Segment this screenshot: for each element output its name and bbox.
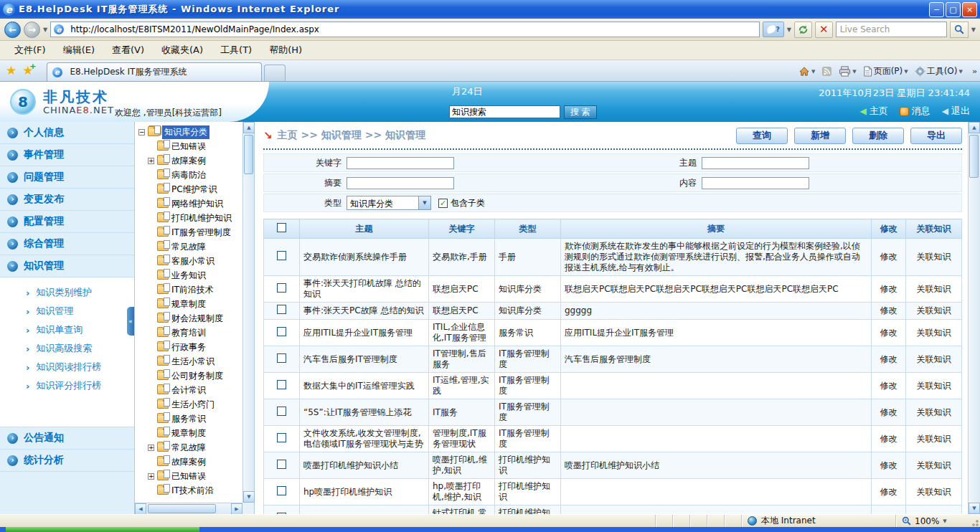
edit-link[interactable]: 修改 <box>872 320 906 346</box>
menu-item[interactable]: 查看(V) <box>105 42 151 59</box>
row-subject[interactable]: 文件收发系统,收发文管理制度,电信领域IT服务管理现状与走势 <box>300 426 429 452</box>
action-button[interactable]: 查询 <box>736 128 788 144</box>
related-knowledge-link[interactable]: 关联知识 <box>906 373 962 399</box>
zoom-control[interactable]: 100% ▼ <box>895 515 967 527</box>
related-knowledge-link[interactable]: 关联知识 <box>906 479 962 505</box>
edit-link[interactable]: 修改 <box>872 373 906 399</box>
menu-item[interactable]: 工具(T) <box>213 42 259 59</box>
tree-root-node[interactable]: − 知识库分类 <box>138 125 242 139</box>
resize-grip[interactable] <box>967 515 980 527</box>
edit-link[interactable]: 修改 <box>872 479 906 505</box>
sidebar-section[interactable]: › 个人信息 <box>0 122 134 144</box>
row-subject[interactable]: 事件:张天天PC故障 总结的知识 <box>300 303 429 320</box>
row-checkbox[interactable] <box>277 380 286 389</box>
row-subject[interactable]: 事件:张天天打印机故障 总结的知识 <box>300 276 429 303</box>
sidebar-submenu-item[interactable]: › 知识管理 <box>0 302 134 320</box>
tree-node[interactable]: + IT服务管理制度 <box>138 225 242 239</box>
sidebar-section[interactable]: › 事件管理 <box>0 144 134 166</box>
edit-link[interactable]: 修改 <box>872 452 906 479</box>
row-subject[interactable]: 交易欺诈侦测系统操作手册 <box>300 239 429 276</box>
scroll-thumb[interactable] <box>969 135 979 178</box>
refresh-button[interactable] <box>794 22 812 38</box>
tree-node[interactable]: + 行政事务 <box>138 340 242 354</box>
minimize-button[interactable]: ─ <box>929 2 944 17</box>
edit-link[interactable]: 修改 <box>872 239 906 276</box>
scroll-thumb[interactable] <box>244 135 253 174</box>
tree-node[interactable]: + 打印机维护知识 <box>138 211 242 225</box>
page-menu-button[interactable]: 页面(P) ▼ <box>863 65 908 77</box>
row-subject[interactable]: “5S”:让IT服务管理锦上添花 <box>300 399 429 426</box>
knowledge-search-button[interactable]: 搜 索 <box>564 105 597 119</box>
search-options-icon[interactable]: ▼ <box>971 27 976 33</box>
row-checkbox[interactable] <box>277 353 286 363</box>
row-subject[interactable]: 针式打印机常识 <box>300 505 429 515</box>
action-button[interactable]: 删除 <box>852 128 904 144</box>
row-subject[interactable]: 应用ITIL提升企业IT服务管理 <box>300 320 429 346</box>
row-checkbox[interactable] <box>277 460 286 469</box>
browser-tab[interactable]: e E8.HelpDesk IT服务管理系统 <box>47 62 262 81</box>
tree-node[interactable]: + 教育培训 <box>138 326 242 340</box>
sidebar-submenu-item[interactable]: › 知识类别维护 <box>0 283 134 302</box>
edit-link[interactable]: 修改 <box>872 505 906 515</box>
menu-item[interactable]: 文件(F) <box>7 42 53 59</box>
scroll-right-icon[interactable]: ▶ <box>231 503 242 515</box>
home-button[interactable]: ▼ <box>798 66 815 77</box>
knowledge-search-input[interactable] <box>449 105 560 118</box>
add-favorite-icon[interactable]: ★ <box>22 63 33 77</box>
tree-node[interactable]: + 网络维护知识 <box>138 196 242 211</box>
sidebar-section[interactable]: › 公告通知 <box>0 427 134 450</box>
tree-node[interactable]: + 常见故障 <box>138 239 242 254</box>
select-all-checkbox[interactable] <box>277 223 286 232</box>
collapse-box-icon[interactable]: − <box>138 129 145 136</box>
edit-link[interactable]: 修改 <box>872 426 906 452</box>
include-subcategory-checkbox[interactable]: ✓ <box>438 199 448 208</box>
related-knowledge-link[interactable]: 关联知识 <box>906 426 962 452</box>
tree-node[interactable]: + 会计常识 <box>138 383 242 397</box>
row-checkbox[interactable] <box>277 283 286 293</box>
toolbar-overflow-icon[interactable]: » <box>972 67 977 76</box>
feeds-button[interactable] <box>821 66 832 77</box>
sidebar-collapse-handle[interactable]: « <box>127 307 134 336</box>
sidebar-section[interactable]: › 问题管理 <box>0 166 134 189</box>
sidebar-submenu-item[interactable]: › 知识单查询 <box>0 320 134 339</box>
tree-node[interactable]: + 生活小常识 <box>138 354 242 369</box>
content-input[interactable] <box>702 177 809 189</box>
nav-logout-link[interactable]: ◀退出 <box>942 105 970 118</box>
related-knowledge-link[interactable]: 关联知识 <box>906 505 962 515</box>
edit-link[interactable]: 修改 <box>872 303 906 320</box>
edit-link[interactable]: 修改 <box>872 346 906 373</box>
row-checkbox[interactable] <box>277 305 286 314</box>
related-knowledge-link[interactable]: 关联知识 <box>906 452 962 479</box>
sidebar-section[interactable]: › 配置管理 <box>0 211 134 233</box>
related-knowledge-link[interactable]: 关联知识 <box>906 239 962 276</box>
tree-node[interactable]: + 业务知识 <box>138 268 242 282</box>
edit-link[interactable]: 修改 <box>872 399 906 426</box>
live-search-box[interactable]: Live Search <box>836 22 947 37</box>
row-checkbox[interactable] <box>277 327 286 336</box>
tree-node[interactable]: + IT技术前沿 <box>138 483 242 498</box>
scroll-thumb[interactable] <box>148 504 216 513</box>
action-button[interactable]: 导出 <box>910 128 962 144</box>
addon-dropdown-icon[interactable]: ▼ <box>787 27 791 33</box>
related-knowledge-link[interactable]: 关联知识 <box>906 346 962 373</box>
row-checkbox[interactable] <box>277 433 286 442</box>
url-input[interactable] <box>70 24 756 34</box>
summary-input[interactable] <box>347 177 454 189</box>
tree-node[interactable]: + 服务常识 <box>138 412 242 426</box>
row-checkbox[interactable] <box>277 486 286 495</box>
related-knowledge-link[interactable]: 关联知识 <box>906 399 962 426</box>
main-vertical-scrollbar[interactable]: ▲ ▼ <box>968 122 980 514</box>
sidebar-submenu-item[interactable]: › 知识阅读排行榜 <box>0 358 134 376</box>
scroll-down-icon[interactable]: ▼ <box>969 503 980 514</box>
tree-horizontal-scrollbar[interactable]: ◀ ▶ <box>135 503 242 514</box>
address-bar[interactable]: e <box>50 22 760 37</box>
new-tab-button[interactable] <box>264 65 286 81</box>
close-button[interactable]: × <box>962 2 977 17</box>
history-dropdown-icon[interactable]: ▼ <box>43 27 47 33</box>
favorites-star-icon[interactable]: ★ <box>6 63 17 77</box>
maximize-button[interactable]: ▢ <box>946 2 961 17</box>
scroll-down-icon[interactable]: ▼ <box>243 491 255 503</box>
sidebar-section[interactable]: › 变更发布 <box>0 189 134 211</box>
tree-node[interactable]: + 病毒防治 <box>138 168 242 182</box>
search-go-button[interactable] <box>950 22 969 38</box>
